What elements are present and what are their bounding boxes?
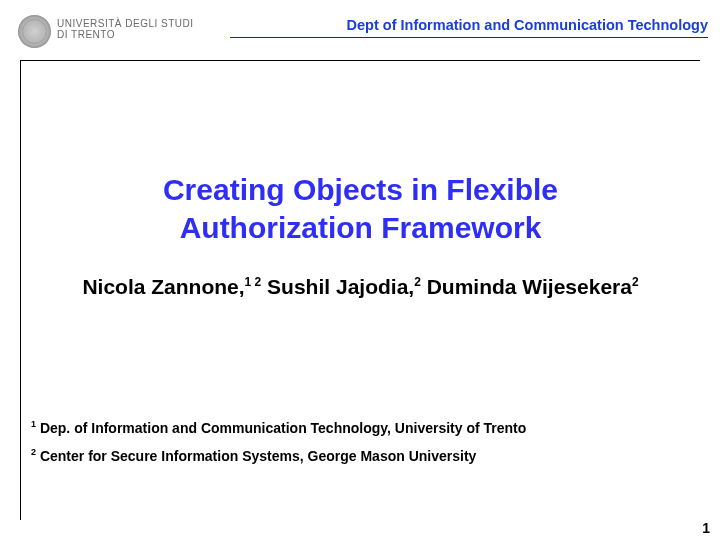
content-frame: Creating Objects in Flexible Authorizati… <box>20 60 700 520</box>
author-2-affil-sup: 2 <box>414 275 421 289</box>
title-line2: Authorization Framework <box>180 211 542 244</box>
affiliation-2: 2 Center for Secure Information Systems,… <box>31 447 476 464</box>
title-line1: Creating Objects in Flexible <box>163 173 558 206</box>
author-2-name: Sushil Jajodia, <box>267 275 414 298</box>
authors-line: Nicola Zannone,1 2 Sushil Jajodia,2 Dumi… <box>21 275 700 299</box>
university-name: UNIVERSITÀ DEGLI STUDI DI TRENTO <box>57 18 194 40</box>
slide-title: Creating Objects in Flexible Authorizati… <box>21 171 700 246</box>
affiliation-1-text: Dep. of Information and Communication Te… <box>36 420 526 436</box>
affiliation-2-text: Center for Secure Information Systems, G… <box>36 448 476 464</box>
author-1-affil-sup: 1 2 <box>245 275 262 289</box>
department-name: Dept of Information and Communication Te… <box>347 17 708 33</box>
affiliation-1: 1 Dep. of Information and Communication … <box>31 419 526 436</box>
author-3-affil-sup: 2 <box>632 275 639 289</box>
page-number: 1 <box>702 520 710 536</box>
header-divider <box>230 37 708 38</box>
slide-header: UNIVERSITÀ DEGLI STUDI DI TRENTO Dept of… <box>0 0 720 58</box>
university-name-line2: DI TRENTO <box>57 29 194 40</box>
author-1-name: Nicola Zannone, <box>82 275 244 298</box>
university-name-line1: UNIVERSITÀ DEGLI STUDI <box>57 18 194 29</box>
university-seal-icon <box>18 15 51 48</box>
author-3-name: Duminda Wijesekera <box>427 275 632 298</box>
